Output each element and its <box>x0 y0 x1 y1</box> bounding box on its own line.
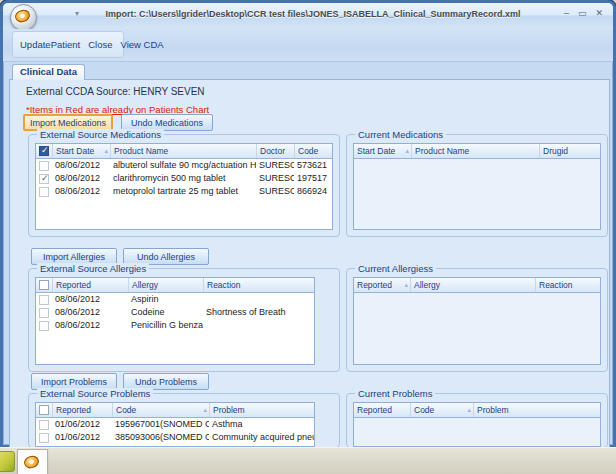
table-empty-space <box>36 198 332 229</box>
row-checkbox[interactable] <box>39 161 49 171</box>
group-title: Current Problems <box>355 388 435 399</box>
group-external-source-allergies: External Source Allergies Reported Aller… <box>28 268 340 372</box>
current-allergies-table: Reported▴ Allergy Reaction <box>353 277 601 365</box>
column-header-problem[interactable]: Problem <box>474 403 600 417</box>
column-header-start-date[interactable]: Start Date▴ <box>53 144 111 158</box>
select-all-medications-checkbox[interactable] <box>39 146 49 156</box>
table-header: Reported Code▴ Problem <box>354 403 600 418</box>
current-problems-table: Reported Code▴ Problem <box>353 402 601 447</box>
column-header-reaction[interactable]: Reaction <box>204 278 314 292</box>
view-cda-button[interactable]: View CDA <box>117 37 168 52</box>
column-header-code[interactable]: Code▴ <box>411 403 474 417</box>
sort-asc-icon: ▴ <box>405 147 411 155</box>
row-checkbox[interactable] <box>39 321 49 331</box>
table-row[interactable]: 01/06/2012 195967001(SNOMED CT)- Asthma <box>36 418 314 431</box>
app-logo-icon <box>23 454 41 470</box>
table-header: Start Date▴ Product Name Drugid <box>354 144 600 159</box>
row-checkbox[interactable] <box>39 187 49 197</box>
column-header-allergy[interactable]: Allergy <box>411 278 536 292</box>
column-header-doctor[interactable]: Doctor <box>257 144 295 158</box>
table-row[interactable]: 08/06/2012 metoprolol tartrate 25 mg tab… <box>36 185 332 198</box>
close-toolbar-button[interactable]: Close <box>84 37 116 52</box>
table-empty-space <box>36 332 314 364</box>
titlebar[interactable]: ▾ Import: C:\Users\lgrider\Desktop\CCR t… <box>3 3 613 29</box>
app-logo-icon <box>14 8 32 24</box>
column-header-problem[interactable]: Problem <box>210 403 314 417</box>
column-header-drugid[interactable]: Drugid <box>540 144 600 158</box>
select-all-allergies-checkbox[interactable] <box>39 280 49 290</box>
column-header-code[interactable]: Code <box>295 144 332 158</box>
row-checkbox[interactable] <box>39 433 49 443</box>
toolbar: UpdatePatient Close View CDA <box>3 29 613 62</box>
column-header-reported[interactable]: Reported <box>354 403 411 417</box>
update-patient-button[interactable]: UpdatePatient <box>16 37 84 52</box>
maximize-button[interactable]: ▭ <box>578 8 587 18</box>
sort-asc-icon: ▴ <box>104 147 110 155</box>
minimize-button[interactable]: – <box>564 8 569 18</box>
select-all-problems-checkbox[interactable] <box>39 405 49 415</box>
group-title: Current Allergiess <box>355 263 436 274</box>
window-controls: – ▭ ✕ <box>564 8 603 18</box>
group-title: External Source Medications <box>37 129 164 140</box>
group-title: External Source Allergies <box>37 263 149 274</box>
table-row[interactable]: 08/06/2012 clarithromycin 500 mg tablet … <box>36 172 332 185</box>
import-window: ▾ Import: C:\Users\lgrider\Desktop\CCR t… <box>0 0 616 448</box>
row-checkbox[interactable] <box>39 420 49 430</box>
ccda-source-label: External CCDA Source: HENRY SEVEN <box>26 86 205 97</box>
column-header-start-date[interactable]: Start Date▴ <box>354 144 412 158</box>
taskbar <box>0 447 616 474</box>
column-header-product-name[interactable]: Product Name <box>412 144 540 158</box>
external-problems-table: Reported Code▴ Problem 01/06/2012 195967… <box>35 402 315 447</box>
clinical-data-page: External CCDA Source: HENRY SEVEN *Items… <box>9 79 610 448</box>
external-medications-table: Start Date▴ Product Name Doctor Code 08/… <box>35 143 333 230</box>
table-header: Reported Code▴ Problem <box>36 403 314 418</box>
table-row[interactable]: 01/06/2012 385093006(SNOMED CT)- Communi… <box>36 431 314 444</box>
table-empty-space <box>354 159 600 229</box>
row-checkbox[interactable] <box>39 174 49 184</box>
quick-access-chevron-icon[interactable]: ▾ <box>75 9 79 18</box>
table-row[interactable]: 08/06/2012 Aspirin <box>36 293 314 306</box>
column-header-product-name[interactable]: Product Name <box>111 144 257 158</box>
external-allergies-table: Reported Allergy Reaction 08/06/2012 Asp… <box>35 277 315 365</box>
table-row[interactable]: 08/06/2012 albuterol sulfate 90 mcg/actu… <box>36 159 332 172</box>
group-title: External Source Problems <box>37 388 153 399</box>
column-header-allergy[interactable]: Allergy <box>129 278 204 292</box>
tab-clinical-data[interactable]: Clinical Data <box>12 64 85 80</box>
table-header: Reported▴ Allergy Reaction <box>354 278 600 293</box>
group-current-problems: Current Problems Reported Code▴ Problem <box>346 393 608 448</box>
group-current-allergies: Current Allergiess Reported▴ Allergy Rea… <box>346 268 608 372</box>
group-current-medications: Current Medications Start Date▴ Product … <box>346 134 608 237</box>
group-external-source-problems: External Source Problems Reported Code▴ … <box>28 393 340 448</box>
row-checkbox[interactable] <box>39 308 49 318</box>
desktop-screen: ▾ Import: C:\Users\lgrider\Desktop\CCR t… <box>0 0 616 474</box>
table-empty-space <box>354 293 600 364</box>
sort-asc-icon: ▴ <box>404 281 410 289</box>
current-medications-table: Start Date▴ Product Name Drugid <box>353 143 601 230</box>
column-header-reaction[interactable]: Reaction <box>536 278 600 292</box>
row-checkbox[interactable] <box>39 295 49 305</box>
sort-asc-icon: ▴ <box>467 406 473 414</box>
table-row[interactable]: 08/06/2012 Penicillin G benzathine <box>36 319 314 332</box>
column-header-reported[interactable]: Reported <box>53 278 129 292</box>
group-title: Current Medications <box>355 129 446 140</box>
sort-asc-icon: ▴ <box>203 406 209 414</box>
table-header: Start Date▴ Product Name Doctor Code <box>36 144 332 159</box>
group-external-source-medications: External Source Medications Start Date▴ … <box>28 134 340 237</box>
table-header: Reported Allergy Reaction <box>36 278 314 293</box>
close-window-button[interactable]: ✕ <box>595 8 603 18</box>
column-header-code[interactable]: Code▴ <box>113 403 210 417</box>
window-title: Import: C:\Users\lgrider\Desktop\CCR tes… <box>93 9 533 19</box>
taskbar-app-icon[interactable] <box>17 449 48 474</box>
table-empty-space <box>354 418 600 446</box>
app-orb-icon[interactable] <box>10 4 37 31</box>
table-row[interactable]: 08/06/2012 Codeine Shortness of Breath <box>36 306 314 319</box>
taskbar-partial-icon[interactable] <box>0 451 15 472</box>
toolbar-group: UpdatePatient Close View CDA <box>12 31 124 58</box>
column-header-reported[interactable]: Reported <box>53 403 113 417</box>
column-header-reported[interactable]: Reported▴ <box>354 278 411 292</box>
